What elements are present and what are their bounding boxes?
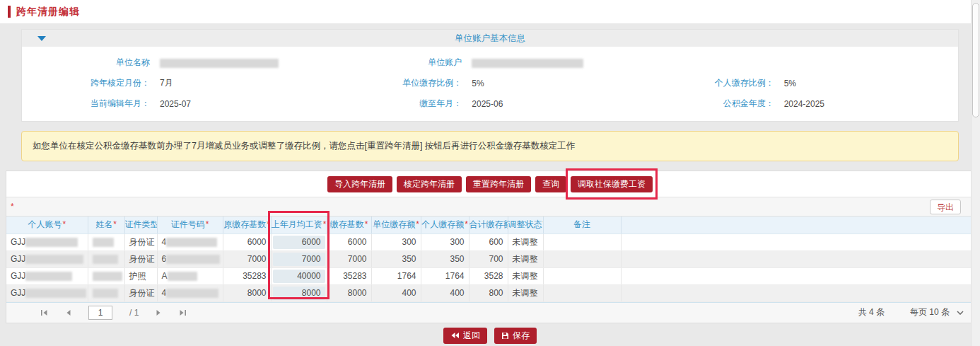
col-header-unit-amount[interactable]: 单位缴存额* [371,217,421,233]
page-title: 跨年清册编辑 [16,6,80,18]
panel-title: 单位账户基本信息 [22,33,958,45]
avg-salary-input[interactable]: 40000 [273,270,325,283]
page-size-select[interactable]: 每页 10 条 [910,306,964,318]
field-unit-account: 单位账户 [334,52,646,73]
query-button[interactable]: 查询 [535,176,566,192]
table-row: GJJ 护照 A 35283 40000 35283 1764 1764 352… [6,267,974,284]
panel-body: 单位名称 单位账户 跨年核定月份： 7月 单位缴存比例： 5% 个人缴存比例： … [22,47,958,121]
col-header-cert-type[interactable]: 证件类型* [124,217,157,233]
col-header-remark[interactable]: 备注 [543,217,621,233]
save-button[interactable]: 保存 [494,328,537,344]
page-number-input[interactable] [88,306,112,320]
export-button[interactable]: 导出 [930,200,961,214]
table-header-row: 个人账号* 姓名* 证件类型* 证件号码* 原缴存基数* 上年月均工资* 缴存基… [6,217,974,233]
redacted-unit-account [472,59,583,68]
save-icon [501,332,509,340]
total-count-label: 共 4 条 [858,306,885,318]
col-header-adjust-status[interactable]: 调整状态* [508,217,543,233]
pagination-bar: / 1 共 4 条 每页 10 条 [6,302,974,323]
reset-roster-button[interactable]: 重置跨年清册 [466,176,531,192]
prev-page-icon[interactable] [65,309,71,316]
col-header-total-amount[interactable]: 合计缴存额* [469,217,508,233]
first-page-icon[interactable] [40,309,48,316]
chevron-down-icon [957,311,964,315]
field-unit-ratio: 单位缴存比例： 5% [334,73,646,93]
title-accent-bar [8,6,11,18]
field-paid-to-month: 缴至年月： 2025-06 [334,93,646,114]
col-header-filler [621,217,974,233]
field-audit-month: 跨年核定月份： 7月 [22,73,334,93]
action-button-row: 导入跨年清册 核定跨年清册 重置跨年清册 查询 调取社保缴费工资 [6,171,974,197]
panel-header: 单位账户基本信息 [22,30,958,47]
col-header-cert-no[interactable]: 证件号码* [157,217,223,233]
avg-salary-input[interactable]: 6000 [273,236,325,249]
required-marker: * [11,202,14,212]
audit-roster-button[interactable]: 核定跨年清册 [397,176,462,192]
rewind-icon [450,332,460,339]
col-header-personal-account[interactable]: 个人账号* [6,217,88,233]
page-indicator: / 1 [129,308,139,318]
col-header-old-base[interactable]: 原缴存基数* [223,217,271,233]
col-header-base[interactable]: 缴存基数* [327,217,371,233]
field-fund-year: 公积金年度： 2024-2025 [646,93,958,114]
col-header-last-year-avg-salary[interactable]: 上年月均工资* [271,217,327,233]
field-personal-ratio: 个人缴存比例： 5% [646,73,958,93]
col-header-personal-amount[interactable]: 个人缴存额* [421,217,469,233]
field-edit-month: 当前编辑年月： 2025-07 [22,93,334,114]
table-row: GJJ 身份证 4 8000 8000 8000 400 400 800 未调整 [6,284,974,301]
col-header-name[interactable]: 姓名* [88,217,124,233]
scrollbar-thumb[interactable] [972,3,979,117]
avg-salary-input[interactable]: 8000 [273,287,325,300]
back-button[interactable]: 返回 [443,328,487,344]
fetch-social-security-salary-button[interactable]: 调取社保缴费工资 [571,176,653,192]
roster-grid-section: 导入跨年清册 核定跨年清册 重置跨年清册 查询 调取社保缴费工资 * 导出 个人… [6,171,974,323]
avg-salary-input[interactable]: 7000 [273,253,325,266]
collapse-arrow-icon[interactable] [37,36,46,41]
title-bar: 跨年清册编辑 [0,0,980,23]
field-unit-name: 单位名称 [22,52,334,73]
scrollbar-track[interactable] [971,0,980,346]
last-page-icon[interactable] [179,309,187,316]
table-row: GJJ 身份证 4 6000 6000 6000 300 300 600 未调整 [6,233,974,250]
warning-banner: 如您单位在核定公积金缴存基数前办理了7月增减员业务或调整了缴存比例，请您点击[重… [21,131,959,161]
grid-toolbar: * 导出 [6,197,974,217]
table-row: GJJ 身份证 6 7000 7000 7000 350 350 700 未调整 [6,250,974,267]
redacted-unit-name [160,59,279,68]
footer-actions: 返回 保存 [0,328,980,344]
unit-account-info-panel: 单位账户基本信息 单位名称 单位账户 跨年核定月份： 7月 单位缴存比例： 5%… [21,29,959,122]
import-roster-button[interactable]: 导入跨年清册 [327,176,392,192]
next-page-icon[interactable] [156,309,162,316]
roster-table: 个人账号* 姓名* 证件类型* 证件号码* 原缴存基数* 上年月均工资* 缴存基… [6,217,974,302]
